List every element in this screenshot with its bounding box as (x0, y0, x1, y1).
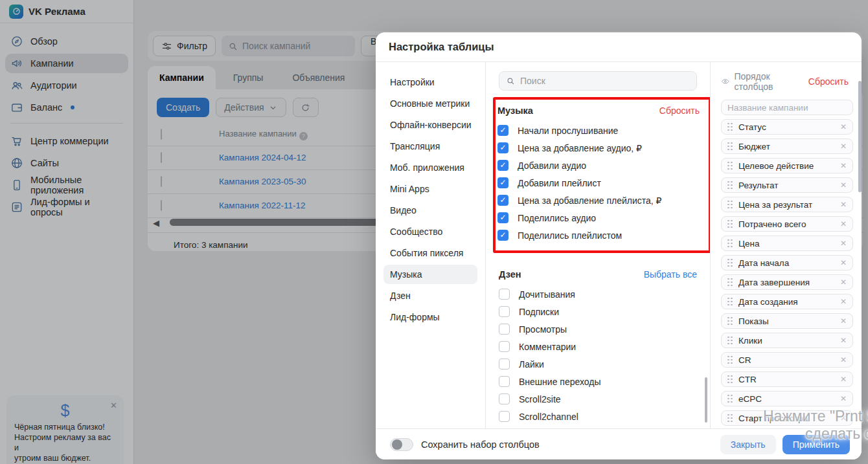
modal-nav-item[interactable]: Основные метрики (383, 94, 477, 113)
metric-checkbox-row[interactable]: Scroll2channel (499, 408, 697, 425)
remove-column-icon[interactable]: ✕ (840, 161, 847, 170)
drag-handle-icon[interactable] (727, 278, 733, 287)
column-pill[interactable]: Цена ✕ (721, 236, 853, 251)
drag-handle-icon[interactable] (727, 414, 733, 423)
column-pill[interactable]: Целевое действие ✕ (721, 158, 853, 173)
drag-handle-icon[interactable] (727, 123, 733, 131)
remove-column-icon[interactable]: ✕ (840, 336, 847, 345)
drag-handle-icon[interactable] (727, 259, 733, 267)
column-pill[interactable]: Потрачено всего ✕ (721, 216, 853, 232)
metric-checkbox-row[interactable]: Дочитывания (499, 285, 697, 303)
modal-nav-item[interactable]: Mini Apps (383, 179, 477, 199)
modal-nav-item[interactable]: Трансляция (383, 137, 477, 156)
drag-handle-icon[interactable] (727, 375, 733, 384)
remove-column-icon[interactable]: ✕ (840, 122, 847, 131)
remove-column-icon[interactable]: ✕ (840, 375, 847, 384)
drag-handle-icon[interactable] (727, 395, 733, 403)
metric-search-input[interactable] (520, 76, 690, 86)
remove-column-icon[interactable]: ✕ (840, 414, 847, 423)
apply-button[interactable]: Применить (782, 435, 850, 454)
remove-column-icon[interactable]: ✕ (840, 355, 847, 364)
save-columns-toggle[interactable] (390, 438, 413, 451)
metric-checkbox-row[interactable]: Внешние переходы (499, 373, 697, 390)
remove-column-icon[interactable]: ✕ (840, 394, 847, 403)
metric-checkbox-row[interactable]: Цена за добавление аудио, ₽ (497, 139, 700, 157)
column-pill[interactable]: Цена за результат ✕ (721, 197, 853, 212)
metric-checkbox-row[interactable]: Поделились плейлистом (497, 226, 700, 244)
drag-handle-icon[interactable] (727, 162, 733, 170)
remove-column-icon[interactable]: ✕ (840, 181, 847, 190)
checkbox-icon[interactable] (497, 125, 508, 136)
checkbox-icon[interactable] (497, 212, 508, 223)
remove-column-icon[interactable]: ✕ (840, 219, 847, 228)
checkbox-icon[interactable] (499, 376, 510, 387)
metric-checkbox-row[interactable]: Поделились аудио (497, 209, 700, 226)
remove-column-icon[interactable]: ✕ (840, 239, 847, 248)
modal-nav-item[interactable]: Офлайн-конверсии (383, 115, 477, 135)
section-action-link[interactable]: Выбрать все (644, 269, 697, 280)
remove-column-icon[interactable]: ✕ (840, 278, 847, 287)
close-button[interactable]: Закрыть (720, 435, 776, 454)
metrics-scrollbar-thumb[interactable] (705, 377, 707, 423)
remove-column-icon[interactable]: ✕ (840, 258, 847, 267)
column-pill[interactable]: Старт просмотра ✕ (721, 410, 853, 426)
metric-checkbox-row[interactable]: Просмотры (499, 320, 697, 338)
column-pill[interactable]: CTR ✕ (721, 371, 853, 387)
metric-checkbox-row[interactable]: Начали прослушивание (497, 122, 700, 139)
modal-nav-item[interactable]: Сообщество (383, 222, 477, 241)
column-order-reset-link[interactable]: Сбросить (808, 76, 849, 87)
drag-handle-icon[interactable] (727, 356, 733, 364)
drag-handle-icon[interactable] (727, 337, 733, 345)
modal-nav-item[interactable]: События пикселя (383, 243, 477, 263)
modal-nav-item[interactable]: Моб. приложения (383, 158, 477, 177)
column-pill[interactable]: Дата начала ✕ (721, 255, 853, 271)
drag-handle-icon[interactable] (727, 298, 733, 306)
checkbox-icon[interactable] (499, 289, 510, 300)
column-pill[interactable]: Дата создания ✕ (721, 294, 853, 309)
modal-nav-item[interactable]: Настройки (383, 72, 477, 92)
column-order-scrollbar-thumb[interactable] (858, 81, 862, 192)
column-pill[interactable]: CR ✕ (721, 352, 853, 368)
checkbox-icon[interactable] (499, 306, 510, 317)
checkbox-icon[interactable] (497, 177, 508, 188)
drag-handle-icon[interactable] (727, 220, 733, 228)
checkbox-icon[interactable] (499, 393, 510, 404)
metric-checkbox-row[interactable]: Scroll2site (499, 390, 697, 408)
drag-handle-icon[interactable] (727, 142, 733, 151)
checkbox-icon[interactable] (499, 341, 510, 352)
drag-handle-icon[interactable] (727, 239, 733, 248)
checkbox-icon[interactable] (497, 142, 508, 153)
column-pill[interactable]: Бюджет ✕ (721, 138, 853, 154)
checkbox-icon[interactable] (497, 230, 508, 241)
modal-nav-item[interactable]: Дзен (383, 286, 477, 305)
checkbox-icon[interactable] (499, 359, 510, 370)
metric-checkbox-row[interactable]: Цена за добавление плейлиста, ₽ (497, 192, 700, 209)
modal-nav-item[interactable]: Видео (383, 201, 477, 220)
checkbox-icon[interactable] (499, 324, 510, 335)
metric-checkbox-row[interactable]: Комментарии (499, 338, 697, 355)
column-pill[interactable]: Результат ✕ (721, 177, 853, 193)
remove-column-icon[interactable]: ✕ (840, 297, 847, 306)
metric-checkbox-row[interactable]: Лайки (499, 355, 697, 373)
modal-nav-item[interactable]: Музыка (383, 265, 477, 284)
remove-column-icon[interactable]: ✕ (840, 200, 847, 209)
checkbox-icon[interactable] (497, 195, 508, 206)
section-action-link[interactable]: Сбросить (659, 105, 700, 116)
metric-checkbox-row[interactable]: Добавили аудио (497, 157, 700, 174)
column-pill[interactable]: Показы ✕ (721, 313, 853, 329)
modal-nav: НастройкиОсновные метрикиОфлайн-конверси… (376, 62, 486, 428)
drag-handle-icon[interactable] (727, 181, 733, 190)
checkbox-icon[interactable] (499, 411, 510, 422)
drag-handle-icon[interactable] (727, 317, 733, 326)
modal-nav-item[interactable]: Лид-формы (383, 307, 477, 327)
column-pill[interactable]: eCPC ✕ (721, 391, 853, 406)
column-pill[interactable]: Дата завершения ✕ (721, 274, 853, 290)
remove-column-icon[interactable]: ✕ (840, 316, 847, 326)
drag-handle-icon[interactable] (727, 201, 733, 209)
metric-checkbox-row[interactable]: Добавили плейлист (497, 174, 700, 192)
column-pill[interactable]: Клики ✕ (721, 333, 853, 348)
remove-column-icon[interactable]: ✕ (840, 142, 847, 151)
checkbox-icon[interactable] (497, 160, 508, 171)
column-pill[interactable]: Статус ✕ (721, 119, 853, 135)
metric-checkbox-row[interactable]: Подписки (499, 303, 697, 320)
